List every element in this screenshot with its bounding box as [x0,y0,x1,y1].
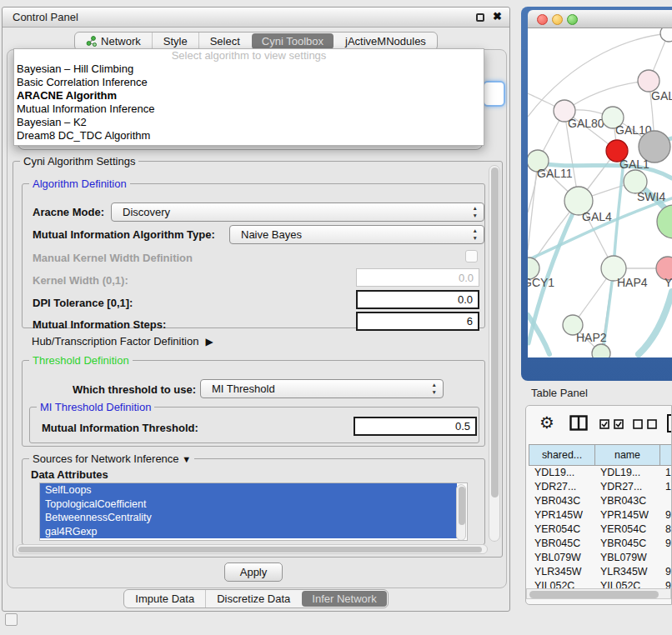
network-node[interactable] [657,205,672,238]
column-header[interactable]: shared... [529,444,594,466]
data-attributes-items: SelfLoopsTopologicalCoefficientBetweenne… [40,483,467,538]
data-attribute-item[interactable]: BetweennessCentrality [40,511,457,525]
scrollbar-thumb[interactable] [18,547,482,552]
table-row[interactable]: YER054CYER054C8. [529,522,672,537]
tab-cyni-toolbox[interactable]: Cyni Toolbox [252,33,333,49]
combobox-arrows-icon: ▲▼ [473,204,478,219]
data-attribute-item[interactable]: TopologicalCoefficient [40,498,457,512]
apply-button[interactable]: Apply [224,562,283,582]
mi-threshold-definition-group: MI Threshold Definition Mutual Informati… [29,407,479,443]
algorithm-dropdown-popup: Select algorithm to view settings Bayesi… [13,48,484,146]
dpi-tolerance-label: DPI Tolerance [0,1]: [33,297,133,309]
scrollbar-thumb[interactable] [491,168,499,498]
collapsed-panel-icon[interactable] [5,613,18,626]
table-cell: YIL052C [594,579,659,588]
tab-impute-data[interactable]: Impute Data [124,590,205,608]
algorithm-combobox-focus-fragment[interactable] [483,81,505,107]
tab-label: Select [210,35,240,48]
tab-style[interactable]: Style [152,32,198,50]
bottom-tabstrip: Impute Data Discretize Data Infer Networ… [3,589,509,608]
table-cell: YBR043C [529,494,594,508]
network-node-label: GAL80 [568,117,604,130]
manual-kernel-checkbox[interactable] [465,250,478,262]
select-all-checkboxes-icon[interactable] [599,419,624,429]
table-horizontal-scrollbar[interactable] [526,588,671,599]
collapse-down-icon: ▼ [182,454,191,464]
algorithm-option[interactable]: Dream8 DC_TDC Algorithm [14,129,484,142]
threshold-definition-title: Threshold Definition [29,354,133,367]
mac-zoom-icon[interactable] [567,14,578,25]
data-attribute-item[interactable]: gal4RGexp [40,525,457,539]
float-window-icon[interactable] [476,13,484,22]
mi-threshold-field[interactable]: 0.5 [354,417,477,436]
table-row[interactable]: YIL052CYIL052C9. [529,579,672,588]
algorithm-option[interactable]: Bayesian – K2 [14,116,484,129]
table-row[interactable]: YBR043CYBR043C [529,494,672,508]
aracne-mode-value: Discovery [112,206,170,218]
settings-vertical-scrollbar[interactable] [489,165,500,542]
algorithm-option[interactable]: Basic Correlation Inference [14,76,484,89]
mi-threshold-definition-title: MI Threshold Definition [37,401,154,413]
gear-icon[interactable]: ⚙ [539,412,554,432]
which-threshold-combobox[interactable]: MI Threshold ▲▼ [200,379,444,398]
sources-group-title[interactable]: Sources for Network Inference ▼ [29,452,194,465]
tab-label: Discretize Data [217,592,290,605]
node-table: shared...name YDL19...YDL19...13YDR27...… [529,444,672,588]
network-node[interactable] [592,344,610,358]
dpi-tolerance-field[interactable]: 0.0 [356,290,479,309]
scrollbar-thumb[interactable] [529,591,659,598]
table-row[interactable]: YBR045CYBR045C9. [529,537,672,551]
split-columns-icon[interactable] [569,415,588,431]
algorithm-definition-title: Algorithm Definition [29,178,130,190]
document-icon[interactable] [666,413,672,433]
network-node-label: GAL4 [582,210,612,223]
algorithm-option[interactable]: ARACNE Algorithm [14,89,484,102]
data-attribute-item[interactable]: SelfLoops [40,483,457,498]
network-node-label: GAL11 [537,167,573,180]
table-row[interactable]: YBL079WYBL079W [529,551,672,565]
tab-select[interactable]: Select [198,32,251,50]
algorithm-definition-group: Algorithm Definition Aracne Mode: Discov… [22,183,485,328]
mac-minimize-icon[interactable] [552,14,563,25]
kernel-width-label: Kernel Width (0,1): [33,274,128,287]
table-cell: YDL19... [529,466,594,480]
table-cell: YBR045C [529,537,594,551]
tab-label: Infer Network [312,592,376,605]
tab-discretize-data[interactable]: Discretize Data [205,590,301,608]
tab-jactivemnodules[interactable]: jActiveMNodules [334,32,437,50]
kernel-width-field[interactable]: 0.0 [356,268,479,287]
network-node-label: Y [664,276,672,289]
table-cell: YBL079W [529,551,594,565]
control-panel-title: Control Panel [13,8,78,28]
tab-infer-network[interactable]: Infer Network [302,591,386,607]
settings-horizontal-scrollbar[interactable] [16,544,488,554]
column-header[interactable] [659,444,672,466]
mac-close-icon[interactable] [537,14,548,25]
close-icon[interactable]: ✖ [493,10,502,22]
column-header[interactable]: name [594,444,659,466]
hub-definition-expander[interactable]: Hub/Transcription Factor Definition ▶ [32,335,213,348]
mi-steps-field[interactable]: 6 [356,312,479,331]
table-row[interactable]: YDR27...YDR27...12 [529,480,672,494]
table-row[interactable]: YLR345WYLR345W9. [529,565,672,579]
scrollbar-thumb[interactable] [459,487,465,525]
mi-algorithm-type-combobox[interactable]: Naive Bayes ▲▼ [229,225,484,244]
deselect-all-checkboxes-icon[interactable] [633,419,658,429]
table-cell: YDR27... [529,480,594,494]
table-row[interactable]: YDL19...YDL19...13 [529,466,672,480]
table-cell: 9. [659,565,672,579]
algorithm-option[interactable]: Mutual Information Inference [14,102,484,116]
aracne-mode-combobox[interactable]: Discovery ▲▼ [111,202,484,222]
algorithm-option[interactable]: Bayesian – Hill Climbing [14,62,484,76]
table-rows: YDL19...YDL19...13YDR27...YDR27...12YBR0… [529,466,672,588]
network-node[interactable] [660,28,672,42]
network-canvas[interactable]: GALGAL80GAL10GAL1GAL11SWI4GAL4GCY1HAP4YH… [528,28,672,358]
network-window-titlebar[interactable] [528,10,672,28]
attributes-list-scrollbar[interactable] [456,484,466,541]
table-cell [659,551,672,565]
data-attributes-list[interactable]: SelfLoopsTopologicalCoefficientBetweenne… [39,482,468,541]
table-row[interactable]: YPR145WYPR145W9. [529,508,672,522]
tab-network[interactable]: Network [75,32,152,50]
sources-title-text: Sources for Network Inference [33,452,179,465]
table-cell: 9. [659,579,672,588]
